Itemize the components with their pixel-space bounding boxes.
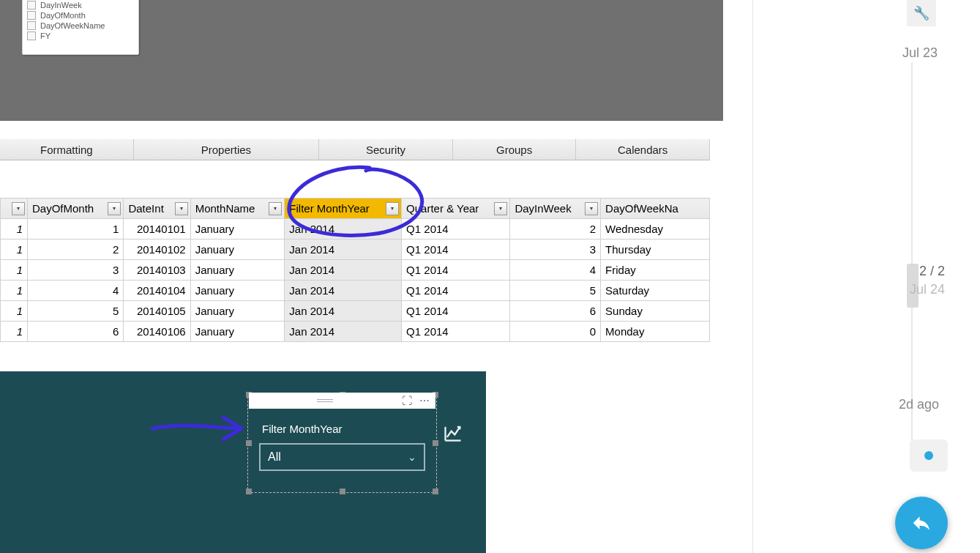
tab-groups[interactable]: Groups [453, 139, 577, 160]
cell-dayofweekname: Thursday [601, 240, 710, 260]
line-chart-icon[interactable] [443, 423, 463, 446]
col-dayinweek[interactable]: DayInWeek▾ [510, 198, 601, 219]
reply-button[interactable] [895, 497, 948, 549]
table-row[interactable]: 1520140105JanuaryJan 2014Q1 20146Sunday [1, 301, 710, 322]
cell-quarteryear: Q1 2014 [402, 281, 510, 301]
cell-filtermonthyear: Jan 2014 [285, 281, 402, 301]
cell-index: 1 [1, 322, 28, 342]
tab-calendars[interactable]: Calendars [576, 139, 710, 160]
col-filter-monthyear[interactable]: Filter MonthYear▾ [285, 198, 402, 219]
cell-quarteryear: Q1 2014 [402, 322, 510, 342]
timeline-progress: 2 / 2 Jul 24 [894, 264, 945, 297]
cell-dayofmonth: 3 [28, 260, 124, 281]
col-index[interactable]: ▾ [1, 198, 28, 219]
embedded-screenshot-top: DayInWeek DayOfMonth DayOfWeekName FY [0, 0, 723, 121]
cell-index: 1 [1, 301, 28, 322]
focus-mode-icon[interactable]: ⛶ [402, 395, 412, 407]
col-dateint[interactable]: DateInt▾ [124, 198, 190, 219]
cell-filtermonthyear: Jan 2014 [285, 322, 402, 342]
slicer-title: Filter MonthYear [262, 423, 343, 435]
tab-formatting[interactable]: Formatting [0, 139, 134, 160]
timeline-post-date: Jul 24 [894, 282, 945, 297]
filter-dropdown-icon[interactable]: ▾ [386, 202, 399, 215]
table-row[interactable]: 1120140101JanuaryJan 2014Q1 20142Wednesd… [1, 219, 710, 240]
cell-dayinweek: 5 [510, 281, 601, 301]
cell-dayofweekname: Saturday [601, 281, 710, 301]
col-monthname[interactable]: MonthName▾ [190, 198, 285, 219]
slicer-visual-selected[interactable]: ⛶ ⋯ Filter MonthYear All ⌄ [249, 395, 435, 491]
cell-dayofmonth: 5 [28, 301, 124, 322]
cell-monthname: January [190, 301, 285, 322]
table-row[interactable]: 1620140106JanuaryJan 2014Q1 20140Monday [1, 322, 710, 342]
wrench-icon: 🔧 [913, 5, 929, 21]
cell-monthname: January [190, 322, 285, 342]
cell-dayinweek: 4 [510, 260, 601, 281]
cell-dayofweekname: Sunday [601, 301, 710, 322]
checkbox-icon[interactable] [27, 31, 36, 40]
col-quarter-year[interactable]: Quarter & Year▾ [402, 198, 510, 219]
filter-dropdown-icon[interactable]: ▾ [12, 202, 25, 215]
col-dayofweekname[interactable]: DayOfWeekNa [601, 198, 710, 219]
cell-dayinweek: 0 [510, 322, 601, 342]
field-label: DayInWeek [40, 1, 82, 10]
table-row[interactable]: 1320140103JanuaryJan 2014Q1 20144Friday [1, 260, 710, 281]
embedded-screenshot-slicer: ⛶ ⋯ Filter MonthYear All ⌄ [0, 371, 486, 553]
cell-dateint: 20140104 [124, 281, 190, 301]
cell-monthname: January [190, 240, 285, 260]
cell-dayofweekname: Friday [601, 260, 710, 281]
checkbox-icon[interactable] [27, 1, 36, 10]
cell-monthname: January [190, 281, 285, 301]
cell-quarteryear: Q1 2014 [402, 219, 510, 240]
visual-header: ⛶ ⋯ [249, 393, 435, 409]
cell-quarteryear: Q1 2014 [402, 240, 510, 260]
filter-dropdown-icon[interactable]: ▾ [494, 202, 507, 215]
filter-dropdown-icon[interactable]: ▾ [585, 202, 598, 215]
cell-dateint: 20140106 [124, 322, 190, 342]
edit-post-button[interactable]: 🔧 [907, 0, 936, 26]
cell-monthname: January [190, 219, 285, 240]
cell-dayofmonth: 2 [28, 240, 124, 260]
checkbox-icon[interactable] [27, 11, 36, 20]
table-row[interactable]: 1420140104JanuaryJan 2014Q1 20145Saturda… [1, 281, 710, 301]
timeline-end-label[interactable]: 2d ago [899, 397, 939, 412]
field-label: DayOfWeekName [40, 21, 105, 30]
cell-dayofmonth: 1 [28, 219, 124, 240]
cell-dateint: 20140102 [124, 240, 190, 260]
cell-dayofweekname: Wednesday [601, 219, 710, 240]
cell-dayofweekname: Monday [601, 322, 710, 342]
field-item[interactable]: FY [23, 31, 138, 41]
filter-dropdown-icon[interactable]: ▾ [269, 202, 282, 215]
chevron-down-icon: ⌄ [408, 451, 416, 463]
cell-index: 1 [1, 219, 28, 240]
cell-dateint: 20140101 [124, 219, 190, 240]
filter-dropdown-icon[interactable]: ▾ [175, 202, 188, 215]
cell-dateint: 20140105 [124, 301, 190, 322]
tab-security[interactable]: Security [319, 139, 453, 160]
timeline-track[interactable] [910, 37, 914, 480]
cell-quarteryear: Q1 2014 [402, 301, 510, 322]
field-item[interactable]: DayOfWeekName [23, 21, 138, 31]
unread-indicator[interactable] [910, 439, 948, 472]
timeline-sidebar: 🔧 Jul 23 2 / 2 Jul 24 2d ago [753, 0, 980, 553]
cell-index: 1 [1, 281, 28, 301]
more-options-icon[interactable]: ⋯ [419, 395, 430, 407]
drag-handle-icon[interactable] [317, 399, 333, 403]
cell-dayinweek: 3 [510, 240, 601, 260]
checkbox-icon[interactable] [27, 21, 36, 30]
field-item[interactable]: DayInWeek [23, 0, 138, 10]
filter-dropdown-icon[interactable]: ▾ [108, 202, 121, 215]
cell-index: 1 [1, 260, 28, 281]
cell-filtermonthyear: Jan 2014 [285, 301, 402, 322]
table-row[interactable]: 1220140102JanuaryJan 2014Q1 20143Thursda… [1, 240, 710, 260]
cell-dayinweek: 6 [510, 301, 601, 322]
col-dayofmonth[interactable]: DayOfMonth▾ [28, 198, 124, 219]
reply-icon [910, 512, 932, 534]
slicer-selected-value: All [268, 450, 281, 464]
slicer-dropdown[interactable]: All ⌄ [259, 443, 425, 471]
timeline-start-date[interactable]: Jul 23 [902, 45, 938, 61]
field-item[interactable]: DayOfMonth [23, 10, 138, 21]
grid-header-row: ▾ DayOfMonth▾ DateInt▾ MonthName▾ Filter… [1, 198, 710, 219]
unread-dot-icon [924, 451, 933, 460]
cell-filtermonthyear: Jan 2014 [285, 219, 402, 240]
tab-properties[interactable]: Properties [134, 139, 320, 160]
